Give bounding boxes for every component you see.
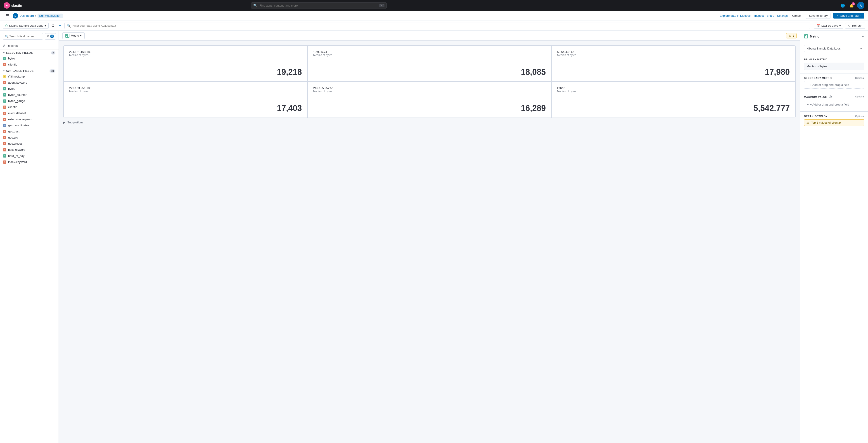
field-event-dataset[interactable]: A event.dataset xyxy=(0,110,59,116)
available-fields-toggle-icon: ▾ xyxy=(3,69,4,73)
metric-cell-3: 59.64.43.165 Median of bytes 17,980 xyxy=(551,45,796,81)
inspect-button[interactable]: Inspect xyxy=(754,14,764,18)
primary-metric-section: Primary metric Median of bytes xyxy=(800,55,868,73)
panel-datasource-label: Kibana Sample Data Logs xyxy=(806,47,841,50)
field-search-input[interactable] xyxy=(3,33,43,39)
selected-field-bytes[interactable]: # bytes xyxy=(0,55,59,62)
field-str-icon3: A xyxy=(3,106,6,109)
metric-cell-5: 216.155.252.51 Median of bytes 16,289 xyxy=(308,81,552,118)
filter-count-badge: 0 xyxy=(50,35,54,38)
field-str-icon7: A xyxy=(3,136,6,139)
elastic-logo[interactable]: elastic xyxy=(4,2,22,9)
global-search[interactable]: 🔍 ⌘/ xyxy=(251,2,387,9)
data-source-button[interactable]: ⬡ Kibana Sample Data Logs ▾ xyxy=(3,23,49,29)
records-item[interactable]: # Records xyxy=(0,42,59,49)
panel-menu-button[interactable]: ⋯ xyxy=(860,34,864,39)
field-geo-src-name: geo.src xyxy=(8,136,18,139)
globe-icon-button[interactable]: 🌐 xyxy=(839,2,846,9)
share-button[interactable]: Share xyxy=(767,14,774,18)
primary-metric-label: Primary metric xyxy=(804,58,864,61)
save-and-return-button[interactable]: ✓ Save and return xyxy=(833,13,864,19)
panel-datasource-chevron: ▾ xyxy=(860,47,862,50)
field-host-keyword[interactable]: A host.keyword xyxy=(0,147,59,153)
data-source-label: Kibana Sample Data Logs xyxy=(9,24,43,27)
viz-toolbar: Metric ▾ ⚠ 1 xyxy=(59,31,800,41)
notifications-button[interactable]: 🔔 1 xyxy=(848,2,855,9)
field-bytes-counter[interactable]: # bytes_counter xyxy=(0,92,59,98)
save-to-library-button[interactable]: Save to library xyxy=(806,13,831,19)
kql-filter-input-wrap[interactable]: 🔍 xyxy=(64,23,810,29)
notification-badge: 1 xyxy=(852,2,855,5)
selected-fields-list: # bytes A clientip xyxy=(0,55,59,68)
elastic-logo-icon xyxy=(4,2,10,9)
explore-data-button[interactable]: Explore data in Discover xyxy=(720,14,751,18)
field-bytes[interactable]: # bytes xyxy=(0,86,59,92)
secondary-metric-dropzone[interactable]: + + Add or drag-and-drop a field xyxy=(804,81,864,89)
filter-icon: ⚙ xyxy=(47,35,49,38)
date-range-chevron: ▾ xyxy=(839,24,841,27)
hamburger-menu-button[interactable]: ☰ xyxy=(4,12,11,19)
breakdown-value-item[interactable]: ⚠ Top 5 values of clientip xyxy=(804,120,864,126)
add-filter-button[interactable]: + xyxy=(57,23,63,29)
global-search-input[interactable] xyxy=(251,2,387,9)
elastic-text: elastic xyxy=(11,4,22,7)
maximum-value-optional: Optional xyxy=(855,95,864,98)
breadcrumb: D Dashboard › Edit visualization xyxy=(13,13,718,19)
field-agent-keyword[interactable]: A agent.keyword xyxy=(0,79,59,86)
panel-header: Metric ⋯ xyxy=(800,31,868,42)
field-bytes-gauge[interactable]: # bytes_gauge xyxy=(0,98,59,104)
secondary-metric-placeholder: + Add or drag-and-drop a field xyxy=(810,83,849,87)
available-fields-label: Available fields xyxy=(6,69,34,73)
field-geo-coordinates[interactable]: G geo.coordinates xyxy=(0,122,59,128)
svg-rect-3 xyxy=(805,36,806,38)
field-index-keyword[interactable]: A index.keyword xyxy=(0,159,59,165)
filter-options-button[interactable]: ⚙ xyxy=(51,23,55,29)
primary-metric-value: Median of bytes xyxy=(804,63,864,70)
field-timestamp[interactable]: T @timestamp xyxy=(0,73,59,79)
maximum-value-dropzone[interactable]: + + Add or drag-and-drop a field xyxy=(804,101,864,108)
field-bytes-gauge-name: bytes_gauge xyxy=(8,99,25,103)
maximum-value-label: Maximum value ⓘ Optional xyxy=(804,95,864,99)
metric-cell-5-label: 216.155.252.51 xyxy=(313,86,546,90)
metric-cell-5-value: 16,289 xyxy=(521,104,546,113)
panel-title-label: Metric xyxy=(810,35,819,38)
cancel-button[interactable]: Cancel xyxy=(790,13,803,18)
break-down-label: Break down by Optional xyxy=(804,115,864,117)
metric-cell-5-sublabel: Median of bytes xyxy=(313,90,546,93)
panel-datasource-select[interactable]: Kibana Sample Data Logs ▾ xyxy=(804,45,864,52)
field-clientip[interactable]: A clientip xyxy=(0,104,59,110)
refresh-label: Refresh xyxy=(852,24,862,27)
search-icon: 🔍 xyxy=(253,4,257,7)
selected-field-clientip[interactable]: A clientip xyxy=(0,62,59,68)
field-geo-srcdest[interactable]: A geo.srcdest xyxy=(0,141,59,147)
field-filter-button[interactable]: ⚙ 0 xyxy=(45,33,56,39)
field-str-icon9: A xyxy=(3,148,6,151)
viz-type-dropdown[interactable]: Metric ▾ xyxy=(62,32,85,39)
suggestions-row[interactable]: ▶ Suggestions xyxy=(63,118,796,127)
refresh-button[interactable]: ↻ Refresh xyxy=(845,23,865,29)
field-str-icon8: A xyxy=(3,142,6,145)
available-fields-header-left: ▾ Available fields xyxy=(3,69,34,73)
selected-fields-count: 2 xyxy=(51,51,55,55)
available-fields-list: T @timestamp A agent.keyword # bytes # b… xyxy=(0,73,59,165)
field-bytes-counter-name: bytes_counter xyxy=(8,93,27,97)
warning-count: 1 xyxy=(793,34,794,37)
field-hour-of-day[interactable]: # hour_of_day xyxy=(0,153,59,159)
field-extension-keyword[interactable]: A extension.keyword xyxy=(0,116,59,122)
field-search-icon: 🔍 xyxy=(5,35,9,38)
settings-button[interactable]: Settings xyxy=(777,14,788,18)
selected-fields-section-header[interactable]: ▾ Selected fields 2 xyxy=(0,49,59,55)
metric-cell-4: 229.133.251.108 Median of bytes 17,403 xyxy=(64,81,308,118)
field-str-icon10: A xyxy=(3,161,6,164)
field-geo-src[interactable]: A geo.src xyxy=(0,134,59,141)
avatar[interactable]: A xyxy=(857,2,864,9)
field-num-icon3: # xyxy=(3,93,6,97)
breadcrumb-dashboard-link[interactable]: Dashboard xyxy=(20,14,34,18)
date-range-button[interactable]: 📅 Last 30 days ▾ xyxy=(814,23,844,29)
field-geo-dest[interactable]: A geo.dest xyxy=(0,128,59,134)
metric-cell-4-sublabel: Median of bytes xyxy=(69,90,302,93)
panel-metric-icon xyxy=(804,34,808,38)
available-fields-section-header[interactable]: ▾ Available fields 30 xyxy=(0,68,59,73)
field-num-icon2: # xyxy=(3,87,6,91)
kql-filter-input[interactable] xyxy=(72,24,808,27)
